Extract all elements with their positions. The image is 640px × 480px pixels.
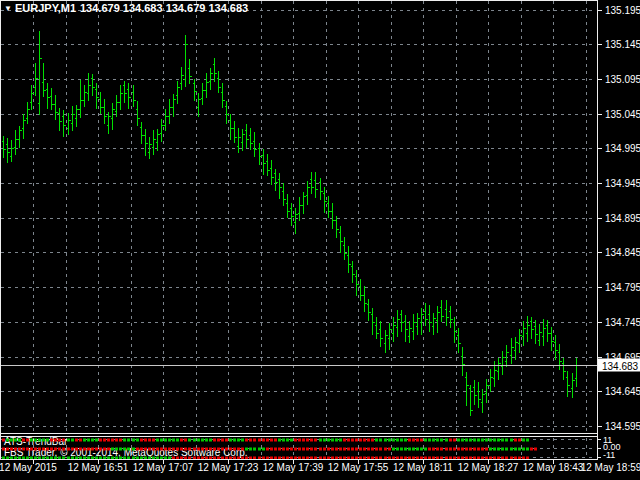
chart-window: ▼ EURJPY,M1 134.679 134.683 134.679 134.… [0,0,640,480]
indicator-pane[interactable] [1,437,597,459]
chart-canvas[interactable]: ▼ EURJPY,M1 134.679 134.683 134.679 134.… [0,0,640,480]
price-axis[interactable] [598,0,640,460]
time-axis[interactable] [0,460,640,480]
main-chart-pane[interactable] [1,1,597,433]
